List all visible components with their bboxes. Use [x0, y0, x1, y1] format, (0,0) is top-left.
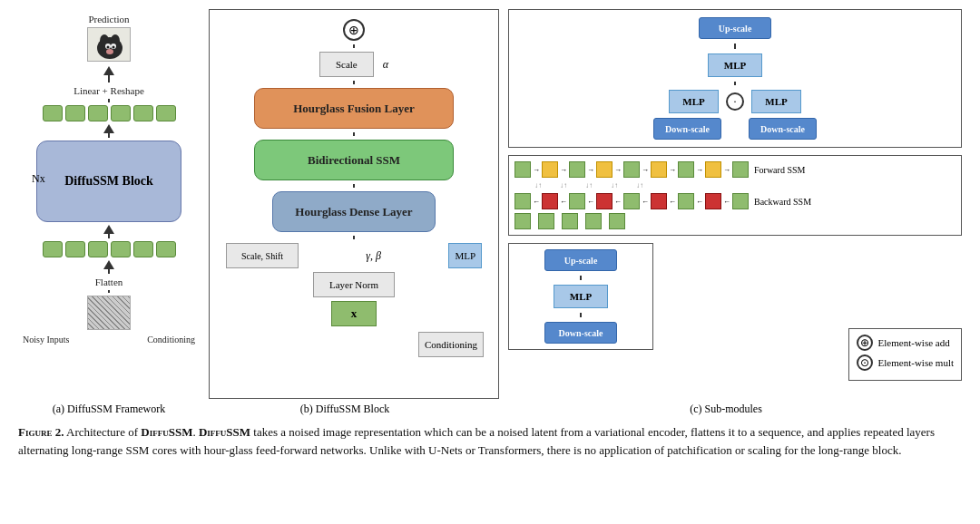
forward-ssm-label: Forward SSM	[754, 165, 805, 175]
legend-row-add: ⊕ Element-wise add	[857, 335, 954, 351]
caption-text: Architecture of DiffuSSM. DiffuSSM takes…	[18, 425, 935, 457]
ssm-green-box	[514, 213, 531, 229]
mlp-center-top: MLP	[708, 53, 762, 77]
noisy-inputs-label: Noisy Inputs	[23, 335, 69, 344]
ssm-green-box	[538, 213, 554, 229]
ssm-green-box	[609, 213, 625, 229]
ssm-green-box	[569, 193, 585, 209]
scale-shift-box: Scale, Shift	[226, 243, 299, 268]
green-box	[88, 241, 108, 257]
layer-norm-box: Layer Norm	[313, 272, 395, 297]
ssm-yellow-box	[705, 161, 721, 178]
green-box	[65, 241, 85, 257]
green-box	[88, 105, 108, 121]
ssm-green-box	[562, 213, 578, 229]
svg-point-6	[107, 46, 110, 49]
alpha-label: α	[383, 58, 388, 72]
conditioning-box-b: Conditioning	[418, 332, 484, 357]
figure-num: Figure 2.	[18, 425, 64, 439]
downscale-btn-top-left: Down-scale	[653, 118, 721, 140]
green-row-mid	[43, 241, 176, 257]
caption-b: (b) DiffuSSM Block	[200, 403, 490, 416]
nx-label: Nx	[32, 172, 45, 186]
ssm-yellow-box	[596, 161, 612, 178]
linear-reshape-label: Linear + Reshape	[74, 85, 144, 96]
caption-row: (a) DiffuSSM Framework (b) DiffuSSM Bloc…	[18, 403, 962, 416]
ssm-red-box	[596, 193, 612, 209]
circle-plus-symbol: ⊕	[343, 19, 365, 41]
downscale-btn-bot: Down-scale	[544, 322, 617, 344]
panel-c-top: Up-scale MLP MLP · MLP	[508, 9, 962, 148]
prediction-image	[87, 27, 131, 62]
gamma-beta-label: γ, β	[304, 249, 443, 263]
green-box	[111, 241, 131, 257]
mlp-right-top: MLP	[751, 90, 801, 113]
element-wise-add-icon: ⊕	[857, 335, 873, 351]
green-box	[133, 105, 153, 121]
x-box: x	[331, 301, 377, 326]
panel-b: ⊕ Scale α Hourglass Fusion Layer	[209, 9, 499, 399]
mlp-box-b: MLP	[448, 243, 482, 268]
flatten-label: Flatten	[95, 277, 123, 287]
legend-box: ⊕ Element-wise add ⊙ Element-wise mult	[848, 328, 962, 381]
hourglass-fusion-layer: Hourglass Fusion Layer	[254, 88, 454, 129]
hourglass-dense-layer: Hourglass Dense Layer	[272, 191, 436, 232]
scale-box: Scale	[319, 52, 374, 77]
element-wise-mult-label: Element-wise mult	[878, 357, 954, 368]
ssm-green-box	[569, 161, 585, 178]
green-box	[65, 105, 85, 121]
panel-c-mid: → → → → → → → →	[508, 155, 962, 236]
ssm-red-box	[651, 193, 667, 209]
panel-c-bot: Up-scale MLP Down-scale	[508, 243, 653, 350]
upscale-btn-bot: Up-scale	[544, 249, 617, 271]
green-box	[111, 105, 131, 121]
downscale-btn-top-right: Down-scale	[749, 118, 817, 140]
ssm-green-box	[623, 193, 640, 209]
arrow-up-2	[103, 124, 114, 133]
ssm-red-box	[705, 193, 721, 209]
arrow-up-1	[103, 66, 114, 75]
caption-a: (a) DiffuSSM Framework	[18, 403, 200, 416]
arrow-up-4	[103, 260, 114, 269]
diagram-area: Prediction	[18, 9, 962, 399]
panel-c: Up-scale MLP MLP · MLP	[508, 9, 962, 399]
ssm-green-box	[678, 161, 694, 178]
caption-c: (c) Sub-modules	[490, 403, 962, 416]
green-box	[133, 241, 153, 257]
ssm-red-box	[542, 193, 558, 209]
ssm-green-box	[585, 213, 602, 229]
ssm-green-box	[732, 161, 749, 178]
noisy-image	[87, 296, 131, 330]
upscale-btn-top: Up-scale	[699, 17, 771, 39]
mlp-center-bot: MLP	[554, 285, 608, 308]
bidirectional-ssm: Bidirectional SSM	[254, 140, 454, 180]
element-wise-add-label: Element-wise add	[878, 337, 950, 348]
figure-caption: Figure 2. Architecture of DiffuSSM. Diff…	[18, 423, 962, 459]
diffussm-block: DiffuSSM Block	[36, 141, 181, 222]
prediction-label: Prediction	[88, 14, 129, 24]
ssm-green-box	[514, 193, 531, 209]
ssm-green-box	[732, 193, 749, 209]
legend-row-mult: ⊙ Element-wise mult	[857, 354, 954, 371]
green-box	[43, 105, 63, 121]
dot-symbol: ·	[726, 92, 744, 111]
svg-point-7	[113, 46, 115, 49]
ssm-yellow-box	[542, 161, 558, 178]
green-box	[156, 241, 176, 257]
main-container: Prediction	[0, 0, 980, 468]
svg-point-8	[106, 49, 113, 54]
ssm-green-box	[623, 161, 640, 178]
ssm-yellow-box	[651, 161, 667, 178]
green-box	[43, 241, 63, 257]
ssm-green-box	[514, 161, 531, 178]
vline-1	[108, 75, 110, 82]
ssm-green-box	[678, 193, 694, 209]
green-row-top	[43, 105, 176, 121]
panel-a: Prediction	[18, 9, 200, 399]
arrow-up-3	[103, 225, 114, 234]
element-wise-mult-icon: ⊙	[857, 354, 873, 371]
conditioning-label-a: Conditioning	[147, 335, 195, 344]
backward-ssm-label: Backward SSM	[754, 197, 811, 207]
mlp-left-top: MLP	[669, 90, 719, 113]
green-box	[156, 105, 176, 121]
